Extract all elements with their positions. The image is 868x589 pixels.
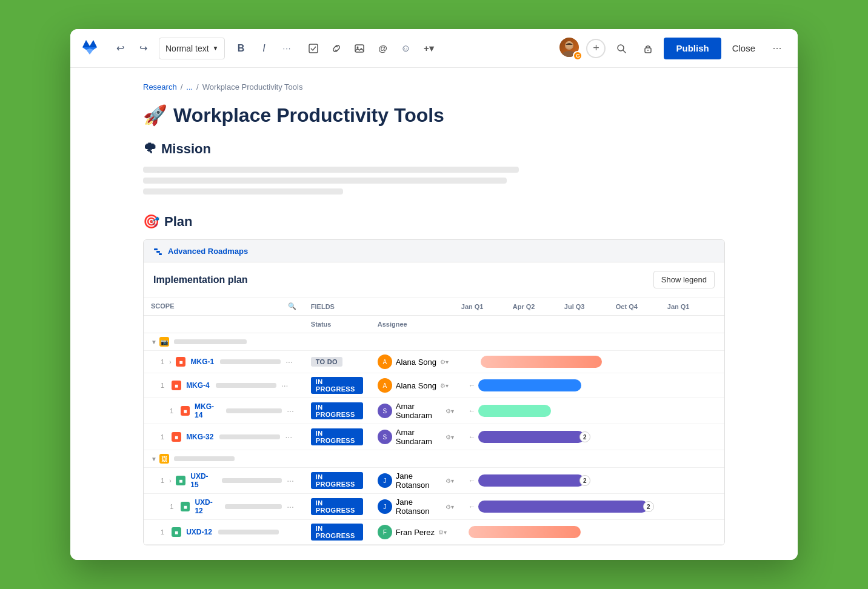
mkg32-gantt: ← 2: [461, 424, 725, 450]
scope-sub-header: [144, 316, 304, 333]
roadmap-icon: [153, 246, 163, 256]
uxd12a-dots[interactable]: ···: [284, 502, 296, 511]
fields-header: FIELDS: [304, 298, 461, 316]
uxd12b-scope: 1 ■ UXD-12: [144, 520, 304, 545]
uxd12a-status: IN PROGRESS: [304, 494, 370, 520]
mkg1-assignee: A Alana Song ⚙▾: [370, 351, 461, 373]
title-emoji: 🚀: [143, 104, 167, 127]
table-header-row: SCOPE 🔍 FIELDS Jan Q1: [144, 298, 725, 316]
mission-emoji: 🌪: [143, 141, 156, 157]
mkg14-assignee-name: Amar Sundaram: [396, 402, 442, 420]
mkg14-status-badge: IN PROGRESS: [311, 402, 363, 419]
uxd12a-assignee-avatar: J: [378, 499, 392, 514]
uxd15-dots[interactable]: ···: [284, 476, 296, 485]
mkg32-placeholder: [219, 434, 280, 439]
uxd12a-scope: 1 ■ UXD-12 ···: [144, 494, 304, 520]
placeholder-line-3: [143, 188, 343, 195]
roadmap-plan-title: Implementation plan: [153, 275, 248, 285]
italic-button[interactable]: I: [253, 38, 275, 59]
mkg14-assignee-avatar: S: [378, 404, 392, 418]
mkg4-scope: 1 ■ MKG-4 ···: [144, 373, 304, 398]
mkg32-scope: 1 ■ MKG-32 ···: [144, 424, 304, 450]
group2-expand[interactable]: ▼: [151, 456, 157, 462]
chevron-down-icon: ▼: [213, 45, 219, 52]
publish-button[interactable]: Publish: [664, 38, 721, 59]
mkg1-gantt: [461, 351, 725, 373]
group1-status: [304, 333, 370, 351]
uxd12a-assignee: J Jane Rotanson ⚙▾: [370, 494, 461, 520]
breadcrumb-ellipsis[interactable]: ...: [186, 82, 193, 92]
plan-section: 🎯 Plan Advanced Roadmaps Implementat: [143, 214, 725, 545]
search-button[interactable]: [610, 38, 632, 59]
group1-placeholder: [174, 339, 247, 344]
plan-text[interactable]: Plan: [164, 214, 192, 230]
mkg14-assignee-chevron[interactable]: ⚙▾: [446, 408, 454, 414]
mission-text[interactable]: Mission: [161, 141, 211, 157]
uxd12a-placeholder: [225, 504, 282, 509]
svg-point-8: [647, 50, 649, 51]
task-button[interactable]: [302, 38, 324, 59]
uxd15-expand[interactable]: ›: [169, 478, 171, 484]
show-legend-button[interactable]: Show legend: [653, 271, 715, 288]
link-button[interactable]: [326, 38, 347, 59]
emoji-button[interactable]: ☺: [395, 38, 416, 59]
svg-rect-0: [309, 44, 318, 53]
group1-icon: 📷: [159, 337, 169, 347]
lock-button[interactable]: [637, 38, 659, 59]
uxd15-icon: ■: [176, 476, 185, 485]
group2-scope-cell: ▼ 🖼: [144, 450, 304, 468]
placeholder-line-1: [143, 167, 519, 173]
page-content: Research / ... / Workplace Productivity …: [70, 68, 798, 560]
breadcrumb-research[interactable]: Research: [143, 82, 177, 92]
uxd12b-ticket: UXD-12: [186, 528, 212, 536]
status-sub-header: Status: [304, 316, 370, 333]
mkg14-gantt: ←: [461, 398, 725, 424]
title-text[interactable]: Workplace Productivity Tools: [173, 104, 444, 127]
assignee-sub-header: Assignee: [370, 316, 461, 333]
uxd12b-status-badge: IN PROGRESS: [311, 524, 363, 541]
app-logo: [80, 38, 99, 59]
uxd12b-assignee-chevron[interactable]: ⚙▾: [438, 529, 447, 536]
mkg14-ticket: MKG-14: [195, 402, 220, 419]
roadmap-content: Implementation plan Show legend SCOPE 🔍: [144, 262, 724, 545]
add-collaborator-button[interactable]: +: [586, 39, 606, 58]
scope-search-icon[interactable]: 🔍: [288, 302, 296, 310]
mkg1-placeholder: [220, 359, 281, 364]
mkg14-dots[interactable]: ···: [284, 406, 296, 416]
uxd12b-assignee: F Fran Perez ⚙▾: [370, 520, 461, 545]
undo-button[interactable]: ↩: [109, 38, 131, 59]
mkg1-expand[interactable]: ›: [169, 359, 171, 365]
text-style-dropdown[interactable]: Normal text ▼: [159, 38, 225, 59]
uxd15-status-badge: IN PROGRESS: [311, 472, 363, 489]
table-row: 1 ■ MKG-4 ··· IN PROGRESS: [144, 373, 725, 398]
uxd12a-gantt: ← 2: [461, 494, 725, 520]
overflow-menu-button[interactable]: ···: [766, 38, 788, 59]
insert-plus-button[interactable]: +▾: [418, 38, 439, 59]
uxd15-assignee-chevron[interactable]: ⚙▾: [446, 478, 454, 484]
bold-button[interactable]: B: [230, 38, 252, 59]
roadmap-table: SCOPE 🔍 FIELDS Jan Q1: [144, 298, 725, 545]
more-formatting-button[interactable]: ···: [276, 38, 298, 59]
mkg4-status: IN PROGRESS: [304, 373, 370, 398]
mention-button[interactable]: @: [372, 38, 393, 59]
image-button[interactable]: [349, 38, 370, 59]
mkg1-assignee-chevron[interactable]: ⚙▾: [440, 359, 449, 365]
table-row: 1 ■ UXD-12 ··· IN PROGRESS: [144, 494, 725, 520]
group2-status: [304, 450, 370, 468]
mkg32-dots[interactable]: ···: [282, 432, 295, 442]
mkg32-assignee-chevron[interactable]: ⚙▾: [446, 434, 454, 441]
close-button[interactable]: Close: [726, 39, 761, 57]
uxd12a-assignee-chevron[interactable]: ⚙▾: [446, 504, 454, 510]
group1-expand[interactable]: ▼: [151, 339, 157, 345]
mkg14-status: IN PROGRESS: [304, 398, 370, 424]
redo-button[interactable]: ↪: [132, 38, 154, 59]
uxd12a-badge: 2: [643, 501, 654, 512]
mkg1-icon: ■: [176, 357, 185, 367]
mkg4-assignee-avatar: A: [378, 378, 392, 393]
mkg1-dots[interactable]: ···: [283, 357, 295, 367]
table-row: 1 ■ UXD-12 IN PROGRESS: [144, 520, 725, 545]
toolbar-right: G + Publish Close ···: [559, 38, 788, 59]
uxd12b-gantt: [461, 520, 725, 545]
mkg4-dots[interactable]: ···: [279, 381, 291, 390]
mkg4-assignee-chevron[interactable]: ⚙▾: [440, 382, 449, 389]
